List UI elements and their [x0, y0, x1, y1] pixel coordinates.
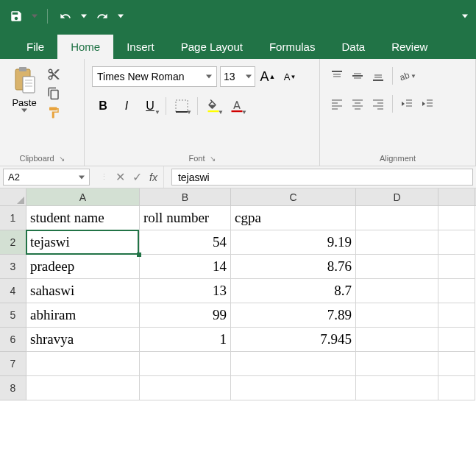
cell-D3[interactable]	[356, 255, 438, 279]
chevron-down-icon[interactable]: ▼	[411, 73, 416, 80]
enter-icon[interactable]: ✓	[132, 170, 142, 184]
row-header-5[interactable]: 5	[0, 303, 26, 328]
fx-icon[interactable]: fx	[149, 166, 164, 188]
cell-D2[interactable]	[356, 230, 438, 255]
column-header-D[interactable]: D	[356, 188, 438, 205]
cell-D5[interactable]	[356, 303, 438, 328]
cut-icon[interactable]	[46, 66, 62, 82]
cell-C6[interactable]: 7.945	[231, 328, 356, 352]
row-header-3[interactable]: 3	[0, 255, 26, 279]
cell-D8[interactable]	[356, 376, 438, 400]
cell-C8[interactable]	[231, 376, 356, 400]
paste-dropdown-icon[interactable]	[21, 108, 27, 113]
redo-dropdown-icon[interactable]	[117, 13, 124, 20]
column-header-A[interactable]: A	[26, 188, 140, 205]
chevron-down-icon[interactable]: ▼	[186, 109, 192, 116]
column-header-B[interactable]: B	[140, 188, 231, 205]
row-header-2[interactable]: 2	[0, 230, 26, 255]
tab-home[interactable]: Home	[57, 35, 113, 59]
tab-file[interactable]: File	[13, 35, 57, 59]
qat-customize-icon[interactable]	[31, 13, 38, 20]
select-all-corner[interactable]	[0, 188, 26, 205]
cell-B1[interactable]: roll number	[140, 206, 231, 230]
fill-handle[interactable]	[137, 253, 141, 257]
align-middle-button[interactable]	[348, 66, 367, 85]
row-header-1[interactable]: 1	[0, 206, 26, 230]
paste-button[interactable]: Paste	[6, 66, 43, 113]
tab-page-layout[interactable]: Page Layout	[168, 35, 256, 59]
row-header-6[interactable]: 6	[0, 328, 26, 352]
cell-C5[interactable]: 7.89	[231, 303, 356, 328]
cell-E8[interactable]	[438, 376, 475, 400]
format-painter-icon[interactable]	[46, 105, 62, 121]
cell-B7[interactable]	[140, 352, 231, 376]
chevron-down-icon[interactable]: ▼	[241, 109, 247, 116]
chevron-down-icon[interactable]: ▼	[154, 109, 160, 116]
fill-color-button[interactable]: ▼	[202, 96, 224, 116]
cell-C4[interactable]: 8.7	[231, 279, 356, 303]
cell-A4[interactable]: sahaswi	[26, 279, 140, 303]
name-box[interactable]: A2	[3, 169, 90, 186]
row-header-7[interactable]: 7	[0, 352, 26, 376]
cell-C1[interactable]: cgpa	[231, 206, 356, 230]
cancel-icon[interactable]: ✕	[116, 170, 125, 184]
formula-bar-input[interactable]: tejaswi	[171, 169, 473, 186]
cell-B2[interactable]: 54	[140, 230, 231, 255]
borders-button[interactable]: ▼	[171, 96, 193, 116]
decrease-indent-button[interactable]	[397, 94, 416, 113]
font-color-button[interactable]: ▼	[226, 96, 248, 116]
align-bottom-button[interactable]	[369, 66, 388, 85]
redo-icon[interactable]	[93, 7, 111, 25]
ribbon-options-icon[interactable]	[461, 13, 469, 20]
cell-E3[interactable]	[438, 255, 475, 279]
cell-E6[interactable]	[438, 328, 475, 352]
undo-dropdown-icon[interactable]	[80, 13, 88, 20]
cell-C7[interactable]	[231, 352, 356, 376]
tab-review[interactable]: Review	[378, 35, 441, 59]
save-icon[interactable]	[7, 7, 25, 25]
undo-icon[interactable]	[57, 7, 74, 25]
cell-B4[interactable]: 13	[140, 279, 231, 303]
cell-A8[interactable]	[26, 376, 140, 400]
row-header-8[interactable]: 8	[0, 376, 26, 400]
grow-font-button[interactable]: A▲	[258, 67, 277, 86]
cell-E5[interactable]	[438, 303, 475, 328]
cell-A5[interactable]: abhiram	[26, 303, 140, 328]
align-right-button[interactable]	[369, 94, 388, 113]
cell-C3[interactable]: 8.76	[231, 255, 356, 279]
tab-insert[interactable]: Insert	[113, 35, 168, 59]
align-left-button[interactable]	[327, 94, 347, 113]
font-size-select[interactable]: 13	[220, 66, 255, 87]
cell-C2[interactable]: 9.19	[231, 230, 356, 255]
cell-A3[interactable]: pradeep	[26, 255, 140, 279]
column-header-C[interactable]: C	[231, 188, 356, 205]
increase-indent-button[interactable]	[418, 94, 437, 113]
cell-B8[interactable]	[140, 376, 231, 400]
cell-B3[interactable]: 14	[140, 255, 231, 279]
copy-icon[interactable]	[46, 85, 62, 102]
font-name-select[interactable]: Times New Roman	[92, 66, 217, 87]
italic-button[interactable]: I	[116, 96, 138, 116]
cell-A7[interactable]	[26, 352, 140, 376]
align-top-button[interactable]	[327, 66, 347, 85]
column-header-E[interactable]	[438, 188, 475, 205]
cell-A2[interactable]: tejaswi	[26, 230, 140, 255]
cell-B5[interactable]: 99	[140, 303, 231, 328]
cell-E4[interactable]	[438, 279, 475, 303]
font-launcher-icon[interactable]: ↘	[210, 155, 216, 163]
cell-D1[interactable]	[356, 206, 438, 230]
cell-E1[interactable]	[438, 206, 475, 230]
orientation-button[interactable]: ab▼	[397, 66, 416, 85]
tab-formulas[interactable]: Formulas	[256, 35, 329, 59]
cell-B6[interactable]: 1	[140, 328, 231, 352]
cell-A6[interactable]: shravya	[26, 328, 140, 352]
cell-D4[interactable]	[356, 279, 438, 303]
cell-D6[interactable]	[356, 328, 438, 352]
underline-button[interactable]: U▼	[139, 96, 161, 116]
row-header-4[interactable]: 4	[0, 279, 26, 303]
cell-E7[interactable]	[438, 352, 475, 376]
chevron-down-icon[interactable]: ▼	[218, 109, 224, 116]
tab-data[interactable]: Data	[328, 35, 378, 59]
clipboard-launcher-icon[interactable]: ↘	[59, 155, 65, 163]
cell-D7[interactable]	[356, 352, 438, 376]
